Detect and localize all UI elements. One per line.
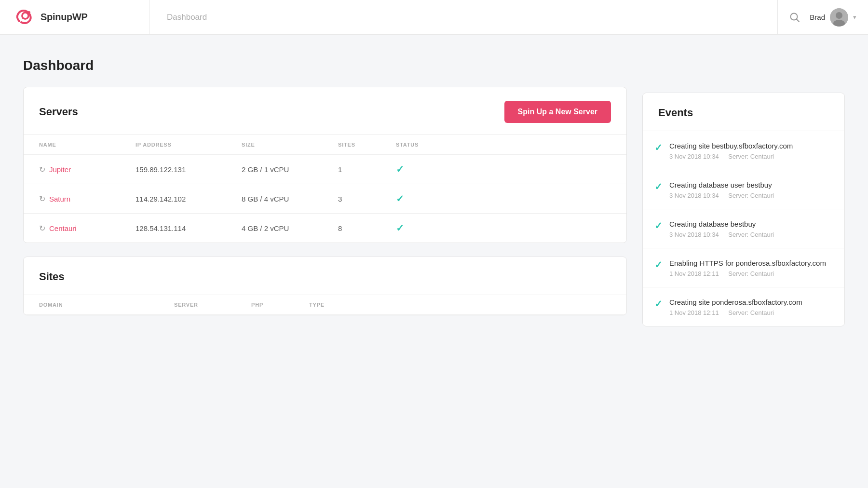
event-server: Server: Centauri	[728, 153, 774, 160]
event-content: Creating database user bestbuy 3 Nov 201…	[669, 180, 833, 199]
header: SpinupWP Dashboard Brad ▾	[0, 0, 868, 35]
sites-table-header: DOMAIN SERVER PHP TYPE	[24, 295, 626, 315]
sites-col-server: SERVER	[174, 302, 251, 308]
check-icon: ✓	[654, 220, 663, 231]
sites-col-php: PHP	[251, 302, 309, 308]
avatar	[830, 8, 848, 27]
sites-col-type: TYPE	[309, 302, 367, 308]
user-menu[interactable]: Brad ▾	[810, 8, 856, 27]
events-title: Events	[658, 107, 693, 119]
svg-point-0	[27, 11, 30, 14]
event-title: Enabling HTTPS for ponderosa.sfboxfactor…	[669, 258, 833, 268]
event-content: Creating site ponderosa.sfboxfactory.com…	[669, 297, 833, 316]
table-row: ↻ Centauri 128.54.131.114 4 GB / 2 vCPU …	[24, 214, 626, 243]
event-server: Server: Centauri	[728, 231, 774, 238]
server-name-cell: ↻ Centauri	[39, 224, 136, 233]
search-icon	[789, 12, 800, 23]
event-meta: 3 Nov 2018 10:34 Server: Centauri	[669, 153, 833, 160]
server-name-cell: ↻ Saturn	[39, 194, 136, 203]
nav-title: Dashboard	[167, 13, 207, 22]
chevron-down-icon: ▾	[853, 14, 856, 21]
svg-line-2	[797, 19, 800, 22]
events-card-wrapper: Events ✓ Creating site bestbuy.sfboxfact…	[642, 93, 845, 326]
event-date: 3 Nov 2018 10:34	[669, 231, 719, 238]
server-link-centauri[interactable]: ↻ Centauri	[39, 224, 136, 233]
check-icon: ✓	[654, 259, 663, 271]
server-link-saturn[interactable]: ↻ Saturn	[39, 194, 136, 203]
servers-card: Servers Spin Up a New Server NAME IP ADD…	[23, 87, 627, 243]
event-title: Creating site ponderosa.sfboxfactory.com	[669, 297, 833, 307]
svg-point-4	[836, 12, 842, 19]
event-date: 1 Nov 2018 12:11	[669, 309, 719, 316]
server-name-cell: ↻ Jupiter	[39, 165, 136, 174]
search-button[interactable]	[789, 12, 800, 23]
sites-card: Sites DOMAIN SERVER PHP TYPE	[23, 257, 627, 315]
event-date: 3 Nov 2018 10:34	[669, 192, 719, 199]
server-link-jupiter[interactable]: ↻ Jupiter	[39, 165, 136, 174]
servers-card-title: Servers	[39, 106, 78, 118]
header-right: Brad ▾	[777, 0, 868, 34]
check-icon-jupiter: ✓	[396, 164, 404, 175]
server-sites-centauri: 8	[338, 224, 396, 232]
event-meta: 3 Nov 2018 10:34 Server: Centauri	[669, 192, 833, 199]
check-icon: ✓	[654, 181, 663, 192]
server-icon-saturn: ↻	[39, 194, 45, 203]
event-title: Creating database bestbuy	[669, 219, 833, 229]
server-size-centauri: 4 GB / 2 vCPU	[242, 224, 338, 232]
servers-card-header: Servers Spin Up a New Server	[24, 87, 626, 135]
servers-table-header: NAME IP ADDRESS SIZE SITES STATUS	[24, 135, 626, 155]
server-size-jupiter: 2 GB / 1 vCPU	[242, 165, 338, 174]
sites-card-title: Sites	[39, 271, 65, 283]
server-status-jupiter: ✓	[396, 163, 454, 175]
sites-card-header: Sites	[24, 257, 626, 295]
list-item: ✓ Creating database bestbuy 3 Nov 2018 1…	[643, 209, 844, 248]
server-sites-saturn: 3	[338, 195, 396, 203]
event-meta: 3 Nov 2018 10:34 Server: Centauri	[669, 231, 833, 238]
servers-table: NAME IP ADDRESS SIZE SITES STATUS ↻ Jupi…	[24, 135, 626, 243]
page-title: Dashboard	[23, 58, 627, 73]
list-item: ✓ Creating site ponderosa.sfboxfactory.c…	[643, 287, 844, 326]
server-ip-saturn: 114.29.142.102	[136, 195, 242, 203]
sites-table: DOMAIN SERVER PHP TYPE	[24, 295, 626, 315]
list-item: ✓ Creating site bestbuy.sfboxfactory.com…	[643, 131, 844, 170]
event-title: Creating site bestbuy.sfboxfactory.com	[669, 141, 833, 151]
event-date: 1 Nov 2018 12:11	[669, 270, 719, 277]
check-icon: ✓	[654, 142, 663, 153]
list-item: ✓ Creating database user bestbuy 3 Nov 2…	[643, 170, 844, 209]
check-icon-centauri: ✓	[396, 223, 404, 233]
server-sites-jupiter: 1	[338, 165, 396, 174]
logo-area: SpinupWP	[0, 0, 149, 34]
logo-icon	[15, 8, 36, 27]
event-title: Creating database user bestbuy	[669, 180, 833, 190]
col-size: SIZE	[242, 142, 338, 148]
events-card: Events ✓ Creating site bestbuy.sfboxfact…	[642, 93, 845, 326]
server-name-centauri: Centauri	[49, 224, 77, 232]
server-icon-jupiter: ↻	[39, 165, 45, 174]
col-sites: SITES	[338, 142, 396, 148]
event-content: Creating site bestbuy.sfboxfactory.com 3…	[669, 141, 833, 160]
server-icon-centauri: ↻	[39, 224, 45, 233]
spin-up-server-button[interactable]: Spin Up a New Server	[504, 101, 611, 123]
server-status-saturn: ✓	[396, 193, 454, 204]
event-meta: 1 Nov 2018 12:11 Server: Centauri	[669, 309, 833, 316]
logo-text: SpinupWP	[41, 12, 88, 23]
server-size-saturn: 8 GB / 4 vCPU	[242, 195, 338, 203]
check-icon: ✓	[654, 298, 663, 310]
event-content: Creating database bestbuy 3 Nov 2018 10:…	[669, 219, 833, 238]
user-name: Brad	[810, 13, 825, 21]
sites-col-domain: DOMAIN	[39, 302, 174, 308]
event-date: 3 Nov 2018 10:34	[669, 153, 719, 160]
table-row: ↻ Saturn 114.29.142.102 8 GB / 4 vCPU 3 …	[24, 184, 626, 214]
col-status: STATUS	[396, 142, 454, 148]
server-ip-jupiter: 159.89.122.131	[136, 165, 242, 174]
check-icon-saturn: ✓	[396, 193, 404, 204]
col-name: NAME	[39, 142, 136, 148]
event-server: Server: Centauri	[728, 309, 774, 316]
left-column: Dashboard Servers Spin Up a New Server N…	[23, 58, 627, 329]
event-meta: 1 Nov 2018 12:11 Server: Centauri	[669, 270, 833, 277]
col-ip: IP ADDRESS	[136, 142, 242, 148]
table-row: ↻ Jupiter 159.89.122.131 2 GB / 1 vCPU 1…	[24, 155, 626, 184]
main-layout: Dashboard Servers Spin Up a New Server N…	[0, 35, 868, 329]
event-server: Server: Centauri	[728, 270, 774, 277]
server-status-centauri: ✓	[396, 222, 454, 234]
